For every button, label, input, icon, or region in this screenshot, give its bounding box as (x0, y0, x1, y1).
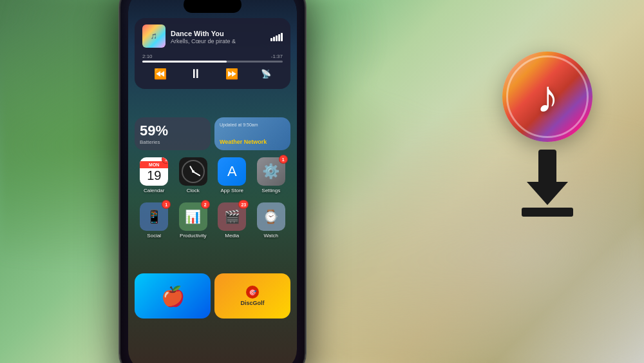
weather-name: Weather Network (220, 139, 285, 145)
discgolf-icon: 🎯 (246, 286, 259, 299)
bottom-widgets: 🍎 🎯 DiscGolf (135, 273, 290, 319)
apple-logo: 🍎 (161, 285, 185, 308)
power-button (305, 46, 306, 85)
arrow-body (538, 150, 556, 182)
clock-face (182, 160, 205, 183)
settings-badge: 1 (279, 155, 288, 164)
watch-label: Watch (264, 233, 278, 239)
watch-folder-icon: ⌚ (257, 202, 285, 231)
app-item-clock[interactable]: Clock (176, 157, 210, 193)
progress-bar[interactable] (142, 61, 283, 63)
appstore-label: App Store (220, 188, 243, 193)
apps-row-2: 1 📱 Social 2 📊 Productivity (135, 202, 290, 239)
app-item-media[interactable]: 23 🎬 Media (215, 202, 249, 239)
social-label: Social (147, 233, 161, 239)
clock-icon (179, 157, 207, 186)
screen-content: 🎵 Dance With You Arkells, Cœur de pirate… (128, 0, 297, 363)
discgolf-widget[interactable]: 🎯 DiscGolf (214, 273, 290, 319)
track-info: Dance With You Arkells, Cœur de pirate & (171, 30, 265, 45)
music-note-icon: ♪ (536, 74, 559, 119)
apple-widget[interactable]: 🍎 (135, 273, 211, 319)
time-current: 2:10 (142, 54, 153, 59)
now-playing-widget[interactable]: 🎵 Dance With You Arkells, Cœur de pirate… (135, 18, 290, 89)
media-badge: 23 (238, 200, 249, 209)
weather-widget: Updated at 9:50am Weather Network (214, 117, 290, 150)
apps-row-1: 3 MON 19 Calendar (135, 157, 290, 193)
itunes-circle: ♪ (502, 52, 592, 142)
settings-symbol: ⚙️ (262, 163, 279, 180)
widgets-row: 59% Batteries Updated at 9:50am Weather … (135, 117, 290, 150)
pause-button[interactable]: ⏸ (189, 66, 202, 81)
track-title: Dance With You (171, 30, 265, 38)
volume-down-button (119, 84, 120, 106)
app-item-social[interactable]: 1 📱 Social (137, 202, 171, 239)
app-item-calendar[interactable]: 3 MON 19 Calendar (137, 157, 171, 193)
track-artist: Arkells, Cœur de pirate & (171, 38, 265, 45)
dynamic-island (184, 0, 242, 13)
app-item-productivity[interactable]: 2 📊 Productivity (176, 202, 210, 239)
album-art: 🎵 (142, 25, 166, 48)
productivity-label: Productivity (180, 233, 206, 239)
productivity-badge: 2 (201, 200, 210, 209)
apps-grid: 3 MON 19 Calendar (135, 157, 290, 248)
battery-widget: 59% Batteries (135, 117, 211, 150)
social-folder-icon: 1 📱 (140, 202, 168, 231)
itunes-download-section: ♪ (502, 52, 592, 217)
app-item-settings[interactable]: 1 ⚙️ Settings (254, 157, 288, 193)
airplay-button[interactable]: 📡 (261, 69, 271, 79)
phone-device: 🎵 Dance With You Arkells, Cœur de pirate… (119, 0, 306, 363)
settings-label: Settings (261, 188, 280, 193)
playback-controls: ⏪ ⏸ ⏩ 📡 (142, 66, 283, 81)
calendar-badge: 3 (162, 157, 168, 164)
clock-center (192, 170, 194, 173)
progress-section: 2:10 -1:37 (142, 54, 283, 63)
rewind-button[interactable]: ⏪ (154, 68, 167, 80)
media-label: Media (225, 233, 239, 239)
volume-up-button (119, 56, 120, 79)
app-item-watch[interactable]: ⌚ Watch (254, 202, 288, 239)
time-remaining: -1:37 (271, 54, 283, 59)
fast-forward-button[interactable]: ⏩ (225, 68, 238, 80)
clock-label: Clock (187, 188, 200, 193)
settings-icon: 1 ⚙️ (257, 157, 285, 186)
media-folder-icon: 23 🎬 (218, 202, 246, 231)
appstore-symbol: A (227, 163, 237, 180)
download-arrow (522, 150, 573, 217)
appstore-icon: A (218, 157, 246, 186)
calendar-icon: 3 MON 19 (140, 157, 168, 186)
calendar-day: 19 (147, 169, 161, 182)
phone-body: 🎵 Dance With You Arkells, Cœur de pirate… (119, 0, 306, 363)
mute-button (119, 34, 120, 50)
phone-screen: 🎵 Dance With You Arkells, Cœur de pirate… (128, 0, 297, 363)
arrow-head (527, 182, 568, 205)
app-item-appstore[interactable]: A App Store (215, 157, 249, 193)
productivity-folder-icon: 2 📊 (179, 202, 207, 231)
social-badge: 1 (162, 200, 171, 209)
battery-percent: 59% (140, 123, 205, 139)
arrow-base (522, 208, 573, 217)
progress-fill (142, 61, 227, 63)
battery-label: Batteries (140, 139, 205, 145)
discgolf-label: DiscGolf (240, 300, 264, 306)
time-display: 2:10 -1:37 (142, 54, 283, 59)
weather-updated: Updated at 9:50am (220, 123, 285, 127)
calendar-label: Calendar (144, 188, 164, 193)
signal-icon (270, 33, 283, 41)
